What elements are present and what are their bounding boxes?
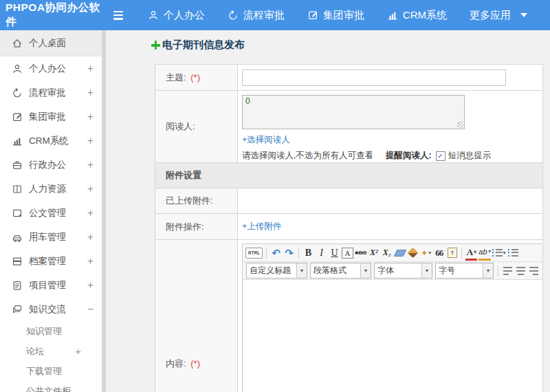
expand-toggle-icon: + xyxy=(87,63,94,75)
sidebar-subitem-forum[interactable]: 论坛+ xyxy=(0,341,102,361)
eraser-icon[interactable] xyxy=(394,246,406,260)
user-icon xyxy=(148,10,159,21)
expand-toggle-icon: + xyxy=(87,183,94,195)
align-right-icon[interactable] xyxy=(528,264,540,278)
subscript-button[interactable]: X₂ xyxy=(381,246,393,260)
align-justify-icon[interactable] xyxy=(541,264,543,278)
sidebar-item-document-mgmt[interactable]: 公文管理+ xyxy=(0,201,102,225)
subject-input[interactable] xyxy=(242,69,506,86)
dropdown-caret-icon: ▾ xyxy=(474,248,476,256)
font-color-button[interactable]: A▾ xyxy=(465,245,477,261)
expand-toggle-icon: + xyxy=(87,135,94,147)
attachment-op-label: 附件操作: xyxy=(166,221,204,232)
nav-group-approval[interactable]: 集团审批 xyxy=(307,9,364,22)
blockquote-button[interactable]: 66 xyxy=(433,246,445,260)
remind-readers-label: 提醒阅读人: xyxy=(386,150,432,162)
subject-required-mark: (*) xyxy=(190,72,200,83)
top-nav: 个人办公流程审批集团审批CRM系统更多应用 xyxy=(148,9,550,22)
sidebar-item-group-approval[interactable]: 集团审批+ xyxy=(0,105,102,129)
font-family-select[interactable]: 字体▾ xyxy=(374,263,432,279)
italic-button[interactable]: I xyxy=(316,246,327,260)
strikethrough-button[interactable]: ABC xyxy=(355,246,366,260)
paste-icon[interactable]: T xyxy=(446,246,458,260)
uploaded-attachments-label: 已上传附件: xyxy=(166,195,213,206)
sidebar: 个人桌面个人办公+流程审批+集团审批+CRM系统+行政办公+人力资源+公文管理+… xyxy=(0,30,102,392)
sidebar-subitem-download-mgmt[interactable]: 下载管理 xyxy=(0,361,102,381)
align-center-icon xyxy=(516,267,525,275)
bold-button[interactable]: B xyxy=(302,246,314,260)
toolbar-separator xyxy=(461,248,462,259)
attachment-section-header: 附件设置 xyxy=(155,163,543,188)
autoformat-button[interactable]: ✦▾ xyxy=(420,246,432,260)
dropdown-caret-icon: ▾ xyxy=(360,263,371,278)
sms-checkbox[interactable] xyxy=(436,151,446,161)
add-icon xyxy=(151,41,160,50)
chart-icon xyxy=(12,135,23,146)
font-size-select-value: 字号 xyxy=(436,265,483,276)
undo-icon[interactable]: ↶ xyxy=(270,246,282,260)
expand-toggle-icon: − xyxy=(87,303,94,316)
readers-hint-row: 请选择阅读人,不选为所有人可查看 提醒阅读人: 短消息提示 xyxy=(242,150,542,162)
align-justify-icon xyxy=(542,267,543,275)
sidebar-item-vehicle-mgmt[interactable]: 用车管理+ xyxy=(0,225,102,249)
car-icon xyxy=(12,232,23,243)
app-header: PHPOA协同办公软件 个人办公流程审批集团审批CRM系统更多应用 xyxy=(0,0,550,30)
home-icon xyxy=(12,38,23,49)
sidebar-item-crm-system[interactable]: CRM系统+ xyxy=(0,129,102,153)
attachment-op-label-cell: 附件操作: xyxy=(155,214,238,240)
html-source-button[interactable]: HTML xyxy=(245,248,263,259)
nav-crm-system[interactable]: CRM系统 xyxy=(387,9,447,22)
font-style-button[interactable]: A xyxy=(342,248,353,259)
chart-icon xyxy=(387,10,398,21)
sidebar-item-archive-mgmt[interactable]: 档案管理+ xyxy=(0,249,102,273)
user-icon xyxy=(12,63,23,74)
expand-toggle-icon: + xyxy=(87,255,94,268)
ordered-list-icon[interactable]: ▾ xyxy=(492,246,506,260)
sidebar-subitem-public-file-cabinet[interactable]: 公共文件柜 xyxy=(0,381,102,392)
redo-icon[interactable]: ↷ xyxy=(283,246,295,260)
font-size-select[interactable]: 字号▾ xyxy=(435,263,494,279)
align-left-icon[interactable] xyxy=(502,264,514,278)
sidebar-item-project-mgmt[interactable]: 项目管理+ xyxy=(0,273,102,297)
page-title-row: 电子期刊信息发布 xyxy=(151,39,245,52)
expand-toggle-icon: + xyxy=(87,159,94,171)
paragraph-format-select[interactable]: 段落格式▾ xyxy=(310,263,371,279)
dropdown-caret-icon: ▾ xyxy=(503,250,506,256)
app-logo[interactable]: PHPOA协同办公软件 xyxy=(6,1,101,30)
sidebar-item-admin-office[interactable]: 行政办公+ xyxy=(0,153,102,177)
sidebar-item-hr[interactable]: 人力资源+ xyxy=(0,177,102,201)
unordered-list-icon[interactable] xyxy=(507,246,519,260)
custom-heading-select[interactable]: 自定义标题▾ xyxy=(246,263,307,279)
expand-toggle-icon: + xyxy=(75,345,81,357)
highlight-button[interactable]: ab▾ xyxy=(478,245,490,261)
font-family-select-value: 字体 xyxy=(375,265,421,276)
nav-more-apps[interactable]: 更多应用 xyxy=(470,9,527,22)
resize-handle-icon[interactable] xyxy=(457,122,463,128)
brush-icon xyxy=(408,248,419,259)
readers-textarea[interactable]: 0 xyxy=(242,95,465,129)
content-label: 内容: xyxy=(166,358,186,369)
paragraph-format-select-value: 段落格式 xyxy=(311,265,360,276)
dropdown-caret-icon: ▾ xyxy=(421,263,432,278)
underline-button[interactable]: U xyxy=(329,246,340,260)
eraser-icon xyxy=(394,250,407,257)
editor-content-area[interactable] xyxy=(243,280,543,392)
superscript-button[interactable]: X² xyxy=(368,246,380,260)
align-center-icon[interactable] xyxy=(515,264,527,278)
sidebar-item-knowledge-exchange[interactable]: 知识交流− xyxy=(0,297,102,321)
nav-label: 集团审批 xyxy=(323,9,364,22)
brush-icon[interactable] xyxy=(407,246,419,260)
sidebar-item-desktop[interactable]: 个人桌面 xyxy=(0,30,102,56)
sidebar-item-workflow-approval[interactable]: 流程审批+ xyxy=(0,80,102,105)
select-readers-link[interactable]: +选择阅读人 xyxy=(242,134,290,146)
expand-toggle-icon: + xyxy=(87,87,94,99)
nav-workflow-approval[interactable]: 流程审批 xyxy=(228,9,285,22)
sidebar-subitem-knowledge-mgmt[interactable]: 知识管理 xyxy=(0,321,102,341)
expand-toggle-icon: + xyxy=(87,111,94,123)
nav-personal-office[interactable]: 个人办公 xyxy=(148,9,205,22)
dropdown-caret-icon: ▾ xyxy=(296,263,307,278)
upload-attachment-link[interactable]: +上传附件 xyxy=(242,221,281,232)
readers-label-cell: 阅读人: xyxy=(155,91,238,163)
sidebar-item-personal-office[interactable]: 个人办公+ xyxy=(0,56,102,80)
menu-icon[interactable] xyxy=(113,11,123,20)
